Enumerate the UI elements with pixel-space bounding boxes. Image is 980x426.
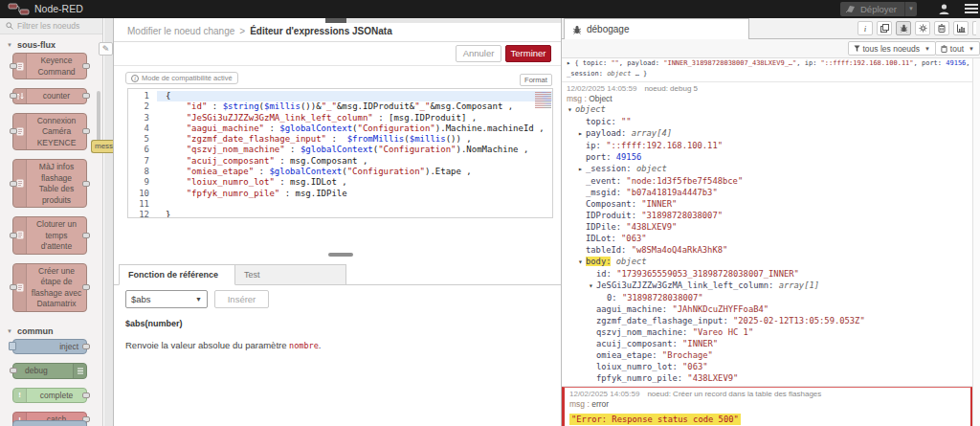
code-line-1[interactable]: { [157, 91, 552, 101]
palette-node-cloturer-un-temps-dattente[interactable]: Cloturer untempsd'attente [12, 216, 87, 255]
debug-tree-row[interactable]: omiea_etape: "Brochage" [562, 349, 972, 361]
debug-message-error[interactable]: 12/02/2025 14:05:59noeud: Créer un recor… [562, 387, 972, 426]
debug-tree-row[interactable]: id: "1739365559053_31898728038007_INNER" [562, 268, 972, 280]
debug-tree-row[interactable]: ▸payload: array[4] [562, 127, 972, 140]
tab-test[interactable]: Test [235, 264, 346, 285]
debug-tree-row[interactable]: ip: "::ffff:192.168.100.11" [562, 140, 972, 151]
debug-tree-row[interactable]: tableId: "w8SMa4oQ4aRkA3hK8" [562, 244, 972, 256]
extra-button-sliver[interactable] [972, 21, 976, 35]
debug-tree-row[interactable]: IDProduit: "31898728038007" [562, 210, 972, 221]
debug-tree-row[interactable]: acuij_composant: "INNER" [562, 338, 972, 349]
debug-tree-row[interactable]: ▾JeSGi3uZJZZw3GzMA_link_left_column: arr… [562, 280, 972, 292]
palette-search[interactable]: Filtrer les noeuds [0, 18, 102, 34]
insert-button[interactable]: Insérer [214, 290, 269, 308]
debug-tree-row[interactable]: 0: "31898728038007" [562, 292, 972, 303]
expanded-arrow-icon[interactable]: ▾ [578, 257, 586, 268]
canvas-node-fragment[interactable]: mess [91, 140, 113, 153]
editor-code-area[interactable]: { "id" : $string($millis())&"_"&msg.IDPr… [157, 89, 552, 217]
palette-node-keyence-command[interactable]: KeyenceCommand [12, 53, 87, 79]
debug-toggle-button[interactable] [73, 364, 86, 378]
palette-section-sous-flux[interactable]: ▼sous-flux [0, 34, 102, 53]
node-input-port[interactable] [10, 63, 17, 69]
code-line-5[interactable]: "zgzmf_date_flashage_input" : $fromMilli… [157, 134, 552, 145]
deploy-button[interactable]: Déployer ▼ [840, 2, 917, 16]
node-input-port[interactable] [10, 284, 17, 290]
jsonata-code-editor[interactable]: 123456789101112 { "id" : $string($millis… [127, 88, 553, 218]
debug-tree-row[interactable]: port: 49156 [562, 151, 972, 163]
filter-nodes-button[interactable]: tous les noeuds ▼ [848, 41, 937, 56]
code-line-12[interactable]: } [157, 210, 552, 217]
tab-function-reference[interactable]: Fonction de référence [119, 264, 235, 285]
debug-tree-row[interactable]: loiux_numro_lot: "063" [562, 361, 972, 372]
main-menu-icon[interactable] [965, 4, 978, 15]
debug-tree-row[interactable]: qszvj_nom_machine: "Vareo HC 1" [562, 326, 972, 338]
breadcrumb-node[interactable]: Modifier le noeud change [127, 26, 234, 36]
debug-tree-row[interactable]: IDPile: "438LXEV9" [562, 221, 972, 233]
debug-tree-row[interactable]: aagui_machine: "JAhNKDcuZHYFFoaB4" [562, 303, 972, 315]
code-line-10[interactable]: "fpfyk_numro_pile" : msg.IDPile [157, 189, 552, 199]
palette-node-debug[interactable]: debug [12, 363, 87, 379]
palette-node-complete[interactable]: complete! [12, 388, 87, 404]
palette-node-status[interactable] [12, 420, 87, 426]
node-output-port[interactable] [82, 392, 90, 398]
code-line-4[interactable]: "aagui_machine" : $globalContext("Config… [157, 123, 552, 134]
tab-debug[interactable]: débogage [564, 18, 749, 39]
node-output-port[interactable] [82, 284, 90, 290]
user-icon[interactable] [938, 3, 950, 15]
cancel-button[interactable]: Annuler [456, 45, 501, 62]
node-output-port[interactable] [82, 233, 90, 238]
code-line-3[interactable]: "JeSGi3uZJZZw3GzMA_link_left_column" : [… [157, 113, 552, 123]
node-input-port[interactable] [10, 128, 17, 134]
node-output-port[interactable] [82, 181, 90, 187]
collapsed-arrow-icon[interactable]: ▸ [578, 164, 586, 175]
debug-tree-row[interactable]: fpfyk_numro_pile: "438LXEV9" [562, 372, 972, 384]
code-line-6[interactable]: "qszvj_nom_machine" : $globalContext("Co… [157, 145, 552, 155]
palette-node-counter[interactable]: counter [12, 88, 87, 104]
delete-button[interactable] [934, 21, 949, 35]
node-input-port[interactable] [10, 368, 17, 373]
chart-button[interactable] [953, 21, 969, 35]
format-button[interactable]: Format [520, 74, 552, 86]
deploy-options-chevron[interactable]: ▼ [904, 2, 917, 16]
function-select[interactable]: $abs ▼ [125, 290, 208, 308]
debug-tree-row[interactable]: topic: "" [562, 116, 972, 127]
collapsed-arrow-icon[interactable]: ▸ [578, 128, 586, 140]
palette-node-maj-infos-flashage[interactable]: MàJ infosflashageTable desproduits [12, 159, 87, 208]
node-input-port[interactable] [10, 93, 17, 99]
debug-tree-row[interactable]: ▾body: object [562, 256, 972, 268]
node-output-port[interactable] [82, 93, 90, 99]
debug-tree-row[interactable]: Composant: "INNER" [562, 198, 972, 210]
settings-button[interactable] [915, 21, 930, 35]
palette-node-creer-une-etape-de-flashage[interactable]: Créer uneétape deflashage avecDatamatrix [12, 263, 87, 312]
palette-node-connexion-camera-keyence[interactable]: ConnexionCaméraKEYENCE [12, 113, 87, 151]
debug-scrollbar[interactable] [972, 58, 980, 426]
node-output-port[interactable] [82, 63, 90, 69]
debug-tree-row[interactable]: ▾object [562, 103, 972, 116]
node-output-port[interactable] [82, 128, 90, 134]
debug-message-object[interactable]: 12/02/2025 14:05:59noeud: debug 5msg : O… [562, 82, 972, 387]
code-line-7[interactable]: "acuij_composant" : msg.Composant , [157, 156, 552, 167]
debug-tree-row[interactable]: _msgid: "b07a41819a4447b3" [562, 187, 972, 198]
expanded-arrow-icon[interactable]: ▾ [568, 104, 575, 116]
inject-button[interactable] [9, 342, 16, 350]
edit-pencil-button[interactable]: ✎ [99, 42, 113, 56]
code-line-11[interactable] [157, 199, 552, 210]
node-input-port[interactable] [10, 233, 17, 238]
info-button[interactable]: i [858, 21, 873, 35]
debug-message-preview[interactable]: ▸ { topic: "", payload: "INNER_318987280… [562, 58, 972, 82]
palette-section-commun[interactable]: ▼commun [0, 321, 102, 339]
node-output-port[interactable] [82, 344, 90, 349]
code-line-8[interactable]: "omiea_etape" : $globalContext("Configur… [157, 167, 552, 177]
debug-tree-row[interactable]: ▸_session: object [562, 163, 972, 175]
debug-messages-button[interactable] [896, 21, 911, 35]
flow-canvas[interactable] [104, 18, 113, 426]
clear-messages-button[interactable]: tout ▼ [935, 41, 980, 56]
debug-tree-row[interactable]: zgzmf_date_flashage_input: "2025-02-12T1… [562, 315, 972, 326]
debug-tree-row[interactable]: _event: "node:1d3f5fbe7f548bce" [562, 175, 972, 187]
open-window-button[interactable] [877, 21, 892, 35]
palette-node-inject[interactable]: inject [12, 339, 87, 355]
panel-resize-grip[interactable] [328, 253, 353, 257]
node-input-port[interactable] [10, 181, 17, 187]
code-line-2[interactable]: "id" : $string($millis())&"_"&msg.IDProd… [157, 101, 552, 112]
code-line-9[interactable]: "loiux_numro_lot" : msg.IDLot , [157, 177, 552, 188]
